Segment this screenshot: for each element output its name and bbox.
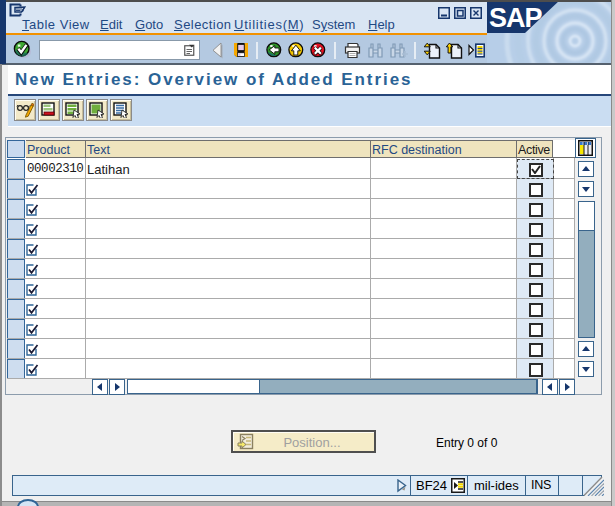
svg-text:SAP: SAP — [489, 3, 543, 33]
